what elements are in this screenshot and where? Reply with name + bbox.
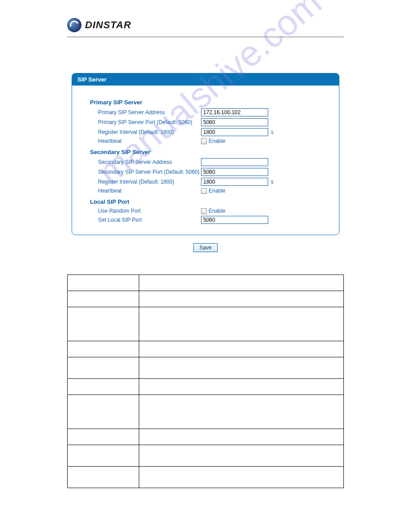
table-cell (139, 395, 344, 429)
secondary-interval-input[interactable] (201, 178, 268, 186)
table-cell (139, 467, 344, 488)
primary-interval-label: Register Interval (Default: 1800) (98, 129, 201, 135)
table-cell (68, 445, 139, 467)
save-row: Save (67, 243, 344, 252)
primary-interval-input[interactable] (201, 128, 268, 136)
random-port-label: Use Random Port (98, 208, 201, 214)
table-cell (68, 395, 139, 429)
table-cell (68, 307, 139, 341)
table-cell (139, 307, 344, 341)
primary-port-label: Primary SIP Server Port (Default: 5060) (98, 119, 201, 125)
brand-header: DINSTAR (67, 18, 344, 37)
description-table (67, 275, 344, 488)
table-cell (139, 445, 344, 467)
primary-port-row: Primary SIP Server Port (Default: 5060) (98, 118, 325, 126)
secondary-heartbeat-row: Heartbeat Enable (98, 188, 325, 194)
set-port-row: Set Local SIP Port (98, 216, 325, 224)
panel-title: SIP Server (72, 73, 339, 86)
secondary-heartbeat-checkbox[interactable] (201, 188, 207, 194)
panel-body: Primary SIP Server Primary SIP Server Ad… (72, 86, 339, 235)
table-cell (68, 379, 139, 395)
secondary-addr-row: Secondary SIP Server Address (98, 158, 325, 166)
table-cell (139, 357, 344, 379)
primary-heartbeat-checkbox[interactable] (201, 138, 207, 144)
table-cell (68, 467, 139, 488)
random-port-checkbox[interactable] (201, 208, 207, 214)
secondary-interval-row: Register Interval (Default: 1800) s (98, 178, 325, 186)
random-port-enable: Enable (209, 208, 225, 214)
secondary-heartbeat-enable: Enable (209, 188, 225, 194)
table-cell (139, 379, 344, 395)
secondary-addr-input[interactable] (201, 158, 268, 166)
primary-interval-suffix: s (271, 129, 274, 135)
brand-logo-icon (67, 18, 81, 32)
random-port-row: Use Random Port Enable (98, 208, 325, 214)
secondary-port-input[interactable] (201, 168, 268, 176)
secondary-port-row: Secondary SIP Server Port (Default: 5060… (98, 168, 325, 176)
primary-interval-row: Register Interval (Default: 1800) s (98, 128, 325, 136)
secondary-addr-label: Secondary SIP Server Address (98, 159, 201, 165)
primary-heartbeat-enable: Enable (209, 138, 225, 144)
sip-server-panel: SIP Server Primary SIP Server Primary SI… (72, 73, 339, 235)
table-cell (68, 357, 139, 379)
primary-addr-row: Primary SIP Server Address (98, 108, 325, 116)
primary-addr-label: Primary SIP Server Address (98, 109, 201, 116)
secondary-port-label: Secondary SIP Server Port (Default: 5060… (98, 169, 201, 175)
table-cell (68, 341, 139, 357)
primary-heading: Primary SIP Server (90, 99, 325, 106)
table-cell (139, 275, 344, 291)
set-port-input[interactable] (201, 216, 268, 224)
table-cell (139, 341, 344, 357)
table-cell (139, 291, 344, 307)
local-heading: Local SIP Port (90, 198, 325, 205)
table-cell (68, 291, 139, 307)
set-port-label: Set Local SIP Port (98, 217, 201, 223)
table-cell (68, 275, 139, 291)
primary-addr-input[interactable] (201, 108, 268, 116)
primary-port-input[interactable] (201, 118, 268, 126)
secondary-heading: Secondary SIP Server (90, 149, 325, 155)
secondary-interval-suffix: s (271, 179, 274, 185)
secondary-heartbeat-label: Heartbeat (98, 188, 201, 194)
primary-heartbeat-row: Heartbeat Enable (98, 138, 325, 144)
brand-name: DINSTAR (85, 19, 131, 31)
secondary-interval-label: Register Interval (Default: 1800) (98, 179, 201, 185)
primary-heartbeat-label: Heartbeat (98, 138, 201, 144)
table-cell (139, 429, 344, 445)
save-button[interactable]: Save (193, 243, 217, 252)
table-cell (68, 429, 139, 445)
